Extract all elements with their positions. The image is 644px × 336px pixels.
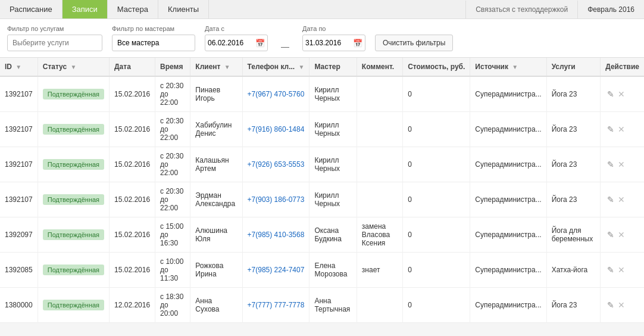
edit-button[interactable]: ✎ — [605, 88, 616, 100]
cell-services: Йога для беременных — [546, 217, 601, 253]
cell-action[interactable]: ✎✕ — [601, 147, 644, 182]
cell-time: с 20:30 до 22:00 — [155, 182, 190, 217]
cell-action[interactable]: ✎✕ — [601, 288, 644, 323]
cell-cost: 0 — [403, 147, 470, 182]
delete-button[interactable]: ✕ — [616, 299, 627, 311]
cell-client: Калашьян Артем — [190, 147, 242, 182]
date-to-group: Дата по 📅 — [302, 25, 365, 51]
cell-services: Йога 23 — [546, 76, 601, 112]
masters-filter-input[interactable] — [112, 35, 195, 51]
phone-link[interactable]: +7(916) 860-1484 — [248, 125, 305, 133]
cell-master: Оксана Будкина — [310, 217, 357, 253]
date-to-input[interactable] — [305, 39, 353, 47]
cell-phone[interactable]: +7(903) 186-0773 — [242, 182, 310, 217]
calendar-to-icon[interactable]: 📅 — [353, 38, 362, 48]
cell-services: Йога 23 — [546, 112, 601, 147]
phone-link[interactable]: +7(903) 186-0773 — [248, 195, 305, 204]
date-from-wrap: 📅 — [205, 35, 268, 51]
sort-client-icon[interactable]: ▼ — [224, 64, 230, 70]
cell-client: Пинаев Игорь — [190, 76, 242, 112]
cell-master: Анна Тертычная — [310, 288, 357, 323]
delete-button[interactable]: ✕ — [616, 229, 627, 241]
edit-button[interactable]: ✎ — [605, 158, 616, 170]
cell-client: Эрдман Александра — [190, 182, 242, 217]
cell-phone[interactable]: +7(916) 860-1484 — [242, 112, 310, 147]
records-table-wrap: ID ▼ Статус ▼ Дата Время Клиент ▼ Телефо… — [0, 58, 644, 323]
phone-link[interactable]: +7(985) 224-7407 — [248, 266, 305, 274]
table-header-row: ID ▼ Статус ▼ Дата Время Клиент ▼ Телефо… — [0, 58, 644, 76]
masters-filter-label: Фильтр по мастерам — [112, 25, 195, 32]
tab-mastera[interactable]: Мастера — [108, 0, 158, 18]
edit-button[interactable]: ✎ — [605, 229, 616, 241]
tab-zapisi[interactable]: Записи — [62, 0, 108, 18]
cell-cost: 0 — [403, 253, 470, 288]
cell-date: 15.02.2016 — [110, 217, 155, 253]
top-navigation: Расписание Записи Мастера Клиенты Связат… — [0, 0, 644, 19]
cell-phone[interactable]: +7(926) 653-5553 — [242, 147, 310, 182]
cell-action[interactable]: ✎✕ — [601, 76, 644, 112]
edit-button[interactable]: ✎ — [605, 264, 616, 276]
cell-status: Подтверждённая — [37, 182, 109, 217]
cell-phone[interactable]: +7(985) 224-7407 — [242, 253, 310, 288]
col-action: Действие — [601, 58, 644, 76]
current-month: Февраль 2016 — [577, 1, 644, 18]
cell-date: 15.02.2016 — [110, 112, 155, 147]
status-badge: Подтверждённая — [43, 265, 104, 275]
table-row: 1392107Подтверждённая15.02.2016с 20:30 д… — [0, 182, 644, 217]
sort-source-icon[interactable]: ▼ — [512, 64, 518, 70]
cell-client: Анна Сухова — [190, 288, 242, 323]
cell-phone[interactable]: +7(985) 410-3568 — [242, 217, 310, 253]
col-master: Мастер — [310, 58, 357, 76]
cell-id: 1392107 — [0, 182, 37, 217]
cell-phone[interactable]: +7(967) 470-5760 — [242, 76, 310, 112]
phone-link[interactable]: +7(985) 410-3568 — [248, 231, 305, 239]
services-filter-group: Фильтр по услугам — [7, 25, 102, 51]
tab-raspisanie[interactable]: Расписание — [0, 0, 62, 18]
sort-phone-icon[interactable]: ▼ — [299, 64, 305, 70]
clear-filters-button[interactable]: Очистить фильтры — [375, 35, 453, 51]
cell-client: Хабибулин Денис — [190, 112, 242, 147]
support-link[interactable]: Связаться с техподдержкой — [465, 1, 577, 18]
edit-button[interactable]: ✎ — [605, 194, 616, 206]
cell-id: 1392107 — [0, 112, 37, 147]
edit-button[interactable]: ✎ — [605, 123, 616, 135]
cell-date: 15.02.2016 — [110, 253, 155, 288]
cell-comment — [357, 112, 402, 147]
services-filter-input[interactable] — [7, 35, 102, 51]
phone-link[interactable]: +7(967) 470-5760 — [248, 90, 305, 98]
date-separator: — — [277, 42, 293, 51]
col-cost: Стоимость, руб. — [403, 58, 470, 76]
cell-cost: 0 — [403, 76, 470, 112]
cell-date: 15.02.2016 — [110, 147, 155, 182]
table-row: 1380000Подтверждённая12.02.2016с 18:30 д… — [0, 288, 644, 323]
calendar-from-icon[interactable]: 📅 — [255, 38, 265, 48]
cell-client: Алюшина Юля — [190, 217, 242, 253]
col-comment: Коммент. — [357, 58, 402, 76]
phone-link[interactable]: +7(926) 653-5553 — [248, 160, 305, 169]
cell-phone[interactable]: +7(777) 777-7778 — [242, 288, 310, 323]
cell-comment — [357, 182, 402, 217]
delete-button[interactable]: ✕ — [616, 194, 627, 206]
filters-bar: Фильтр по услугам Фильтр по мастерам Дат… — [0, 19, 644, 58]
cell-action[interactable]: ✎✕ — [601, 182, 644, 217]
sort-id-icon[interactable]: ▼ — [15, 64, 21, 70]
cell-id: 1392085 — [0, 253, 37, 288]
delete-button[interactable]: ✕ — [616, 264, 627, 276]
delete-button[interactable]: ✕ — [616, 158, 627, 170]
table-row: 1392107Подтверждённая15.02.2016с 20:30 д… — [0, 76, 644, 112]
date-to-wrap: 📅 — [302, 35, 365, 51]
cell-action[interactable]: ✎✕ — [601, 217, 644, 253]
cell-action[interactable]: ✎✕ — [601, 112, 644, 147]
tab-klienty[interactable]: Клиенты — [158, 0, 209, 18]
delete-button[interactable]: ✕ — [616, 123, 627, 135]
cell-master: Елена Морозова — [310, 253, 357, 288]
date-from-input[interactable] — [208, 39, 255, 47]
phone-link[interactable]: +7(777) 777-7778 — [248, 301, 305, 309]
table-row: 1392107Подтверждённая15.02.2016с 20:30 д… — [0, 112, 644, 147]
cell-action[interactable]: ✎✕ — [601, 253, 644, 288]
cell-source: Суперадминистра... — [470, 217, 546, 253]
date-from-label: Дата с — [205, 25, 268, 32]
edit-button[interactable]: ✎ — [605, 299, 616, 311]
sort-status-icon[interactable]: ▼ — [71, 64, 77, 70]
delete-button[interactable]: ✕ — [616, 88, 627, 100]
